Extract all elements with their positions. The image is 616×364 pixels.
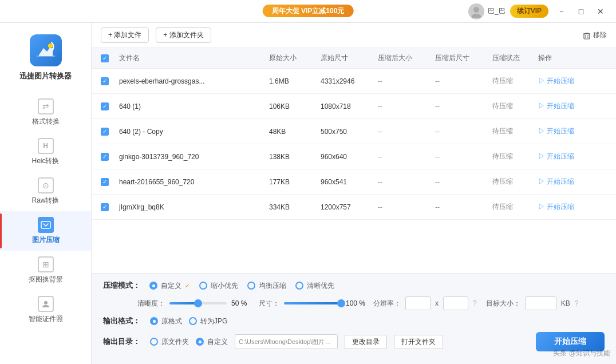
dir-source-label: 原文件夹 <box>161 337 189 347</box>
open-folder-button[interactable]: 打开文件夹 <box>394 335 443 349</box>
row-checkbox-5[interactable] <box>101 203 119 211</box>
row-comp-dim-2: -- <box>435 128 492 136</box>
checkbox-5[interactable] <box>101 203 109 211</box>
row-action-2[interactable]: ▷ 开始压缩 <box>538 126 607 136</box>
toolbar: + 添加文件 + 添加文件夹 移除 <box>92 23 616 48</box>
row-checkbox-1[interactable] <box>101 102 119 110</box>
sidebar-item-heic[interactable]: H Heic转换 <box>0 132 91 172</box>
row-action-5[interactable]: ▷ 开始压缩 <box>538 202 607 212</box>
row-status-2: 待压缩 <box>492 126 538 136</box>
row-status-1: 待压缩 <box>492 101 538 111</box>
format-jpg[interactable]: 转为JPG <box>189 316 227 326</box>
sidebar-item-label-raw: Raw转换 <box>31 196 59 205</box>
row-comp-dim-4: -- <box>435 178 492 186</box>
mode-shrink[interactable]: 缩小优先 <box>199 281 238 291</box>
checkbox-4[interactable] <box>101 178 109 186</box>
close-button[interactable]: ✕ <box>592 5 609 18</box>
row-orig-size-0: 1.6MB <box>269 77 321 85</box>
row-orig-size-1: 106KB <box>269 102 321 110</box>
row-comp-size-4: -- <box>378 178 435 186</box>
row-orig-dim-4: 960x541 <box>321 178 378 186</box>
table-body: pexels-eberhard-grossgas... 1.6MB 4331x2… <box>92 69 616 220</box>
sidebar-item-format[interactable]: ⇄ 格式转换 <box>0 93 91 132</box>
row-checkbox-4[interactable] <box>101 178 119 186</box>
target-size-input[interactable] <box>525 296 556 310</box>
mode-clear[interactable]: 清晰优先 <box>295 281 334 291</box>
vip-button[interactable]: 续订VIP <box>510 5 548 18</box>
row-orig-dim-0: 4331x2946 <box>321 77 378 85</box>
svg-point-1 <box>472 14 481 18</box>
row-filename-1: 640 (1) <box>119 102 269 110</box>
minimize-button[interactable]: － <box>553 5 570 18</box>
row-checkbox-2[interactable] <box>101 128 119 136</box>
start-compress-button[interactable]: 开始压缩 <box>536 332 605 351</box>
size-label: 尺寸： <box>259 299 279 308</box>
row-filename-0: pexels-eberhard-grossgas... <box>119 77 269 85</box>
size-slider[interactable] <box>284 302 341 304</box>
row-orig-dim-5: 1200x757 <box>321 203 378 211</box>
col-compressed-size: 压缩后大小 <box>378 53 435 63</box>
output-path-input[interactable] <box>235 334 338 349</box>
change-dir-button[interactable]: 更改目录 <box>345 335 387 349</box>
row-action-4[interactable]: ▷ 开始压缩 <box>538 177 607 187</box>
mode-clear-label: 清晰优先 <box>307 281 334 291</box>
radio-jpg-format[interactable] <box>189 317 197 325</box>
sidebar: 迅捷图片转换器 ⇄ 格式转换 H Heic转换 ⊙ Raw转换 图片压缩 ⊞ 抠… <box>0 23 92 364</box>
checkbox-1[interactable] <box>101 102 109 110</box>
resolution-x-input[interactable] <box>405 296 431 310</box>
select-all-checkbox[interactable] <box>101 54 109 62</box>
row-comp-dim-0: -- <box>435 77 492 85</box>
maximize-button[interactable]: □ <box>572 5 590 18</box>
radio-shrink[interactable] <box>199 282 207 290</box>
remove-button[interactable]: 移除 <box>583 30 607 40</box>
row-orig-size-3: 138KB <box>269 153 321 161</box>
mode-custom[interactable]: 自定义 ✓ <box>149 281 190 291</box>
checkbox-0[interactable] <box>101 77 109 85</box>
sidebar-item-idphoto[interactable]: 智能证件照 <box>0 290 91 330</box>
row-action-3[interactable]: ▷ 开始压缩 <box>538 152 607 161</box>
dir-source[interactable]: 原文件夹 <box>150 337 189 347</box>
col-compressed-dim: 压缩后尺寸 <box>435 53 492 63</box>
radio-original-format[interactable] <box>150 317 158 325</box>
dir-custom[interactable]: 自定义 <box>196 337 228 347</box>
row-status-5: 待压缩 <box>492 202 538 212</box>
checkbox-2[interactable] <box>101 128 109 136</box>
radio-custom-dir[interactable] <box>196 338 204 346</box>
add-file-button[interactable]: + 添加文件 <box>101 27 149 43</box>
sidebar-item-raw[interactable]: ⊙ Raw转换 <box>0 172 91 211</box>
output-dir-row: 输出目录： 原文件夹 自定义 更改目录 打开文件夹 开始压缩 <box>103 332 605 351</box>
mode-custom-label: 自定义 <box>161 281 181 291</box>
resolution-y-input[interactable] <box>443 296 468 310</box>
dir-custom-label: 自定义 <box>207 337 228 347</box>
title-bar: 周年大促 VIP立减100元 巴_巴 续订VIP － □ ✕ <box>0 0 616 23</box>
sidebar-item-compress[interactable]: 图片压缩 <box>0 211 91 251</box>
radio-clear[interactable] <box>295 282 303 290</box>
target-size-help-icon[interactable]: ? <box>575 299 579 307</box>
target-size-unit: KB <box>561 299 570 307</box>
row-action-1[interactable]: ▷ 开始压缩 <box>538 101 607 111</box>
col-original-dim: 原始尺寸 <box>321 53 378 63</box>
table-row: heart-2016655_960_720 177KB 960x541 -- -… <box>92 169 616 195</box>
row-action-0[interactable]: ▷ 开始压缩 <box>538 76 607 86</box>
row-checkbox-3[interactable] <box>101 153 119 161</box>
mode-balance[interactable]: 均衡压缩 <box>247 281 286 291</box>
row-comp-size-5: -- <box>378 203 435 211</box>
row-filename-2: 640 (2) - Copy <box>119 128 269 136</box>
row-status-0: 待压缩 <box>492 76 538 86</box>
svg-rect-4 <box>41 221 50 228</box>
resolution-help-icon[interactable]: ? <box>473 299 477 307</box>
radio-custom[interactable] <box>149 282 157 290</box>
radio-balance[interactable] <box>247 282 255 290</box>
sidebar-item-background[interactable]: ⊞ 抠图换背景 <box>0 251 91 290</box>
format-original[interactable]: 原格式 <box>150 316 182 326</box>
header-checkbox[interactable] <box>101 54 119 62</box>
checkbox-3[interactable] <box>101 153 109 161</box>
clarity-label: 清晰度： <box>137 299 165 308</box>
row-checkbox-0[interactable] <box>101 77 119 85</box>
col-filename: 文件名 <box>119 53 269 63</box>
promo-banner[interactable]: 周年大促 VIP立减100元 <box>263 5 354 17</box>
clarity-slider[interactable] <box>169 302 227 304</box>
radio-source-dir[interactable] <box>150 338 158 346</box>
add-folder-button[interactable]: + 添加文件夹 <box>156 27 211 43</box>
output-format-row: 输出格式： 原格式 转为JPG <box>103 316 605 326</box>
